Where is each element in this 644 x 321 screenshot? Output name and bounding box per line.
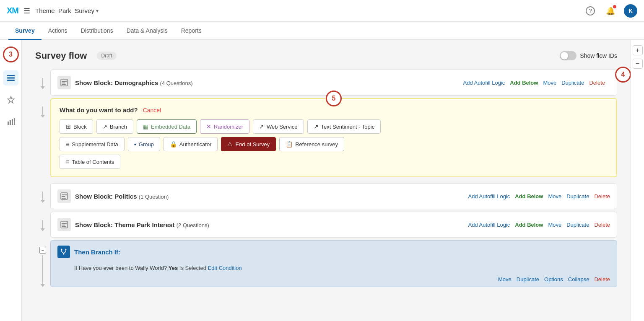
sidebar-icon-reports[interactable] <box>3 114 18 129</box>
step-3-circle: 3 <box>3 47 19 62</box>
svg-rect-13 <box>62 196 65 197</box>
branch-block-header: Then Branch If: <box>51 241 617 263</box>
randomizer-btn-label: Randomizer <box>214 124 243 130</box>
page-header: Survey flow Draft Show flow IDs <box>35 50 617 61</box>
add-block-button[interactable]: ⊞ Block <box>60 119 93 134</box>
end-of-survey-btn-icon: ⚠ <box>227 141 233 148</box>
group-btn-icon: ▪ <box>134 141 136 148</box>
add-reference-survey-button[interactable]: 📋 Reference survey <box>279 137 344 151</box>
demographics-duplicate-link[interactable]: Duplicate <box>561 80 584 86</box>
tab-distributions[interactable]: Distributions <box>74 22 120 40</box>
demographics-autofill-link[interactable]: Add Autofill Logic <box>463 80 505 86</box>
step-5-circle: 5 <box>326 91 342 106</box>
survey-title-text: Theme_Park_Survey <box>35 7 94 14</box>
tab-data-analysis[interactable]: Data & Analysis <box>120 22 174 40</box>
politics-block-icon <box>57 189 71 203</box>
svg-rect-4 <box>10 120 11 125</box>
branch-delete-link[interactable]: Delete <box>594 276 610 282</box>
politics-autofill-link[interactable]: Add Autofill Logic <box>468 193 510 199</box>
branch-actions: Move Duplicate Options Collapse Delete <box>51 276 617 287</box>
svg-rect-2 <box>7 80 15 81</box>
branch-options-link[interactable]: Options <box>544 276 563 282</box>
show-flow-ids-toggle[interactable] <box>560 51 576 60</box>
sidebar-icon-design[interactable] <box>3 92 18 107</box>
politics-block-header: Show Block: Politics (1 Question) Add Au… <box>51 184 617 209</box>
end-of-survey-btn-label: End of Survey <box>235 141 270 148</box>
right-sidebar: + − <box>631 40 644 321</box>
politics-add-below-link[interactable]: Add Below <box>515 193 543 199</box>
branch-collapse-btn[interactable]: − <box>39 247 46 254</box>
notifications-button[interactable]: 🔔 <box>604 4 617 18</box>
theme-park-block-header: Show Block: Theme Park Interest (2 Quest… <box>51 212 617 237</box>
help-icon: ? <box>586 6 595 16</box>
politics-duplicate-link[interactable]: Duplicate <box>566 193 589 199</box>
add-element-box: 5 What do you want to add? Cancel ⊞ Bloc… <box>50 98 617 177</box>
zoom-in-button[interactable]: + <box>633 45 643 55</box>
branch-move-link[interactable]: Move <box>498 276 512 282</box>
step-4-circle: 4 <box>615 67 631 83</box>
theme-park-duplicate-link[interactable]: Duplicate <box>566 222 589 228</box>
toggle-knob <box>561 52 568 60</box>
branch-icon <box>57 246 70 258</box>
branch-collapse-link[interactable]: Collapse <box>568 276 589 282</box>
main-layout: 3 Survey flow Draft Show flow IDs <box>0 40 644 321</box>
add-authenticator-button[interactable]: 🔒 Authenticator <box>164 137 218 151</box>
add-randomizer-button[interactable]: ✕ Randomizer <box>200 119 249 134</box>
tab-actions[interactable]: Actions <box>42 22 74 40</box>
branch-btn-icon: ↗ <box>103 124 107 130</box>
svg-rect-3 <box>8 122 9 125</box>
draft-badge: Draft <box>97 52 116 60</box>
theme-park-block-icon <box>57 218 71 231</box>
theme-park-autofill-link[interactable]: Add Autofill Logic <box>468 222 510 228</box>
sidebar-icon-flow[interactable] <box>3 70 18 85</box>
add-supplemental-data-button[interactable]: ≡ Supplemental Data <box>60 137 125 151</box>
theme-park-delete-link[interactable]: Delete <box>594 222 610 228</box>
svg-rect-1 <box>7 78 15 79</box>
theme-park-move-link[interactable]: Move <box>548 222 561 228</box>
supplemental-data-btn-label: Supplemental Data <box>72 141 118 148</box>
add-table-of-contents-button[interactable]: ≡ Table of Contents <box>60 155 120 169</box>
content-area: Survey flow Draft Show flow IDs <box>22 40 631 321</box>
zoom-out-button[interactable]: − <box>633 59 643 69</box>
svg-rect-10 <box>62 84 66 85</box>
add-embedded-data-button[interactable]: ▦ Embedded Data <box>137 119 197 134</box>
svg-rect-0 <box>7 75 15 76</box>
politics-move-link[interactable]: Move <box>548 193 561 199</box>
survey-title-button[interactable]: Theme_Park_Survey ▾ <box>35 7 99 14</box>
demographics-move-link[interactable]: Move <box>543 80 556 86</box>
reference-survey-btn-icon: 📋 <box>286 141 293 148</box>
add-web-service-button[interactable]: ↗ Web Service <box>253 119 304 134</box>
tab-survey[interactable]: Survey <box>8 22 42 40</box>
add-text-sentiment-button[interactable]: ↗ Text Sentiment - Topic <box>307 119 381 134</box>
xm-brand: XM <box>7 6 18 16</box>
table-of-contents-btn-icon: ≡ <box>66 158 69 165</box>
demographics-actions: Add Autofill Logic Add Below Move Duplic… <box>463 80 610 86</box>
add-end-of-survey-button[interactable]: ⚠ End of Survey <box>221 137 276 151</box>
tab-reports[interactable]: Reports <box>174 22 208 40</box>
add-group-button[interactable]: ▪ Group <box>128 137 160 151</box>
survey-title-chevron-icon: ▾ <box>96 8 99 14</box>
add-branch-button[interactable]: ↗ Branch <box>96 119 133 134</box>
branch-duplicate-link[interactable]: Duplicate <box>517 276 539 282</box>
svg-rect-17 <box>62 225 65 225</box>
group-btn-label: Group <box>139 141 154 148</box>
notification-dot <box>613 5 616 8</box>
edit-condition-link[interactable]: Edit Condition <box>208 265 242 271</box>
demographics-title: Show Block: Demographics (4 Questions) <box>75 79 193 86</box>
user-avatar[interactable]: K <box>624 4 637 18</box>
help-button[interactable]: ? <box>584 4 597 18</box>
web-service-btn-icon: ↗ <box>259 123 264 130</box>
theme-park-add-below-link[interactable]: Add Below <box>515 222 543 228</box>
politics-block: Show Block: Politics (1 Question) Add Au… <box>50 183 617 209</box>
theme-park-actions: Add Autofill Logic Add Below Move Duplic… <box>468 222 610 228</box>
politics-delete-link[interactable]: Delete <box>594 193 610 199</box>
hamburger-icon[interactable]: ☰ <box>23 6 30 16</box>
svg-rect-14 <box>62 198 66 199</box>
embedded-data-btn-icon: ▦ <box>143 123 148 130</box>
svg-point-19 <box>61 249 62 250</box>
svg-point-21 <box>63 254 65 255</box>
demographics-add-below-link[interactable]: Add Below <box>510 80 538 86</box>
demographics-delete-link[interactable]: Delete <box>589 80 605 86</box>
add-box-cancel[interactable]: Cancel <box>143 107 161 114</box>
authenticator-btn-label: Authenticator <box>179 141 212 148</box>
